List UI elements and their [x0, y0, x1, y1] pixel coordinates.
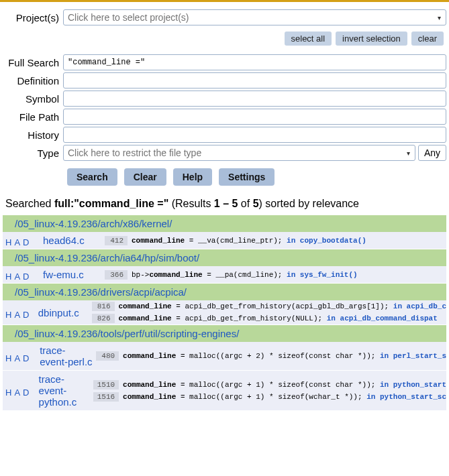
- code-lines: 1510command_line = malloc((argc + 1) * s…: [93, 371, 446, 410]
- code-line[interactable]: 816command_line = acpi_db_get_from_histo…: [92, 300, 447, 312]
- directory-link[interactable]: /05_linux-4.19.236/arch/x86/kernel/: [15, 218, 172, 229]
- file-row: HADtrace-event-perl.c480command_line = m…: [3, 342, 446, 371]
- file-row: HADhead64.c412command_line = __va(cmd_li…: [3, 232, 446, 249]
- definition-label: Definition: [3, 75, 63, 86]
- code-lines: 412command_line = __va(cmd_line_ptr); in…: [105, 232, 446, 249]
- file-link[interactable]: trace-event-python.c: [39, 373, 91, 408]
- had-link[interactable]: H: [5, 272, 14, 282]
- type-select[interactable]: [63, 145, 415, 161]
- directory-link[interactable]: /05_linux-4.19.236/tools/perf/util/scrip…: [15, 328, 239, 339]
- result-summary: Searched full:"command_line =" (Results …: [3, 198, 446, 215]
- code-line[interactable]: 480command_line = malloc((argc + 2) * si…: [96, 350, 446, 362]
- file-row: HADdbinput.c816command_line = acpi_db_ge…: [3, 300, 446, 325]
- any-type-button[interactable]: Any: [418, 145, 446, 161]
- had-link[interactable]: A: [14, 237, 23, 247]
- had-links: HAD: [3, 300, 36, 324]
- select-all-button[interactable]: select all: [285, 32, 332, 46]
- had-links: HAD: [3, 232, 40, 249]
- line-number: 412: [105, 236, 128, 245]
- directory-row: /05_linux-4.19.236/drivers/acpi/acpica/: [3, 284, 446, 300]
- projects-label: Project(s): [3, 12, 63, 23]
- code-text: command_line = malloc((argc + 1) * sizeo…: [123, 381, 446, 389]
- line-number: 816: [92, 302, 115, 311]
- had-link[interactable]: H: [5, 353, 14, 363]
- had-link[interactable]: D: [23, 388, 32, 398]
- file-name-cell: trace-event-python.c: [36, 371, 93, 410]
- file-link[interactable]: head64.c: [43, 235, 85, 246]
- had-link[interactable]: H: [5, 237, 14, 247]
- help-button[interactable]: Help: [173, 168, 212, 186]
- directory-link[interactable]: /05_linux-4.19.236/arch/ia64/hp/sim/boot…: [15, 252, 199, 263]
- code-line[interactable]: 826command_line = acpi_db_get_from_histo…: [92, 312, 447, 324]
- had-link[interactable]: A: [14, 353, 23, 363]
- clear-button[interactable]: Clear: [124, 168, 166, 186]
- had-link[interactable]: A: [14, 310, 23, 320]
- had-link[interactable]: D: [23, 272, 32, 282]
- type-label: Type: [3, 147, 63, 159]
- full-search-input[interactable]: [63, 54, 446, 70]
- code-lines: 366bp->command_line = __pa(cmd_line); in…: [105, 266, 446, 283]
- file-name-cell: fw-emu.c: [40, 266, 105, 283]
- file-name-cell: head64.c: [40, 232, 105, 249]
- directory-link[interactable]: /05_linux-4.19.236/drivers/acpi/acpica/: [15, 286, 187, 298]
- directory-row: /05_linux-4.19.236/arch/ia64/hp/sim/boot…: [3, 249, 446, 266]
- code-line[interactable]: 1510command_line = malloc((argc + 1) * s…: [93, 379, 446, 391]
- line-number: 1510: [93, 380, 119, 390]
- settings-button[interactable]: Settings: [219, 168, 275, 186]
- code-line[interactable]: 1516command_line = malloc((argc + 1) * s…: [93, 391, 446, 403]
- had-link[interactable]: H: [5, 310, 14, 320]
- code-lines: 816command_line = acpi_db_get_from_histo…: [92, 300, 447, 324]
- had-link[interactable]: D: [23, 353, 32, 363]
- file-row: HADfw-emu.c366bp->command_line = __pa(cm…: [3, 266, 446, 284]
- definition-input[interactable]: [63, 72, 446, 88]
- file-path-input[interactable]: [63, 109, 446, 125]
- file-path-label: File Path: [3, 111, 63, 123]
- file-name-cell: dbinput.c: [36, 300, 92, 324]
- directory-row: /05_linux-4.19.236/tools/perf/util/scrip…: [3, 325, 446, 342]
- code-line[interactable]: 412command_line = __va(cmd_line_ptr); in…: [105, 235, 446, 247]
- code-text: command_line = acpi_db_get_from_history(…: [119, 314, 438, 322]
- code-lines: 480command_line = malloc((argc + 2) * si…: [96, 342, 446, 370]
- had-links: HAD: [3, 342, 37, 370]
- code-text: command_line = malloc((argc + 1) * sizeo…: [123, 393, 446, 401]
- code-line[interactable]: 366bp->command_line = __pa(cmd_line); in…: [105, 269, 446, 281]
- had-link[interactable]: H: [5, 388, 14, 398]
- clear-projects-button[interactable]: clear: [411, 32, 444, 46]
- history-input[interactable]: [63, 127, 446, 143]
- file-row: HADtrace-event-python.c1510command_line …: [3, 371, 446, 411]
- code-text: command_line = acpi_db_get_from_history(…: [119, 302, 447, 310]
- code-text: command_line = __va(cmd_line_ptr); in co…: [132, 237, 366, 245]
- had-links: HAD: [3, 371, 36, 410]
- projects-select[interactable]: [63, 9, 446, 25]
- line-number: 826: [92, 314, 115, 323]
- had-link[interactable]: D: [23, 237, 32, 247]
- symbol-label: Symbol: [3, 93, 63, 105]
- directory-row: /05_linux-4.19.236/arch/x86/kernel/: [3, 215, 446, 232]
- history-label: History: [3, 129, 63, 141]
- code-text: bp->command_line = __pa(cmd_line); in sy…: [132, 271, 358, 279]
- search-button[interactable]: Search: [67, 168, 117, 186]
- full-search-label: Full Search: [3, 57, 63, 68]
- had-link[interactable]: D: [23, 310, 32, 320]
- symbol-input[interactable]: [63, 91, 446, 107]
- had-links: HAD: [3, 266, 40, 283]
- file-name-cell: trace-event-perl.c: [37, 342, 96, 370]
- line-number: 480: [96, 351, 119, 361]
- invert-selection-button[interactable]: invert selection: [336, 32, 407, 46]
- line-number: 366: [105, 270, 128, 280]
- had-link[interactable]: A: [14, 388, 23, 398]
- code-text: command_line = malloc((argc + 2) * sizeo…: [123, 352, 446, 360]
- file-link[interactable]: dbinput.c: [38, 307, 79, 318]
- line-number: 1516: [93, 392, 119, 402]
- had-link[interactable]: A: [14, 272, 23, 282]
- file-link[interactable]: trace-event-perl.c: [40, 345, 93, 367]
- file-link[interactable]: fw-emu.c: [43, 269, 84, 280]
